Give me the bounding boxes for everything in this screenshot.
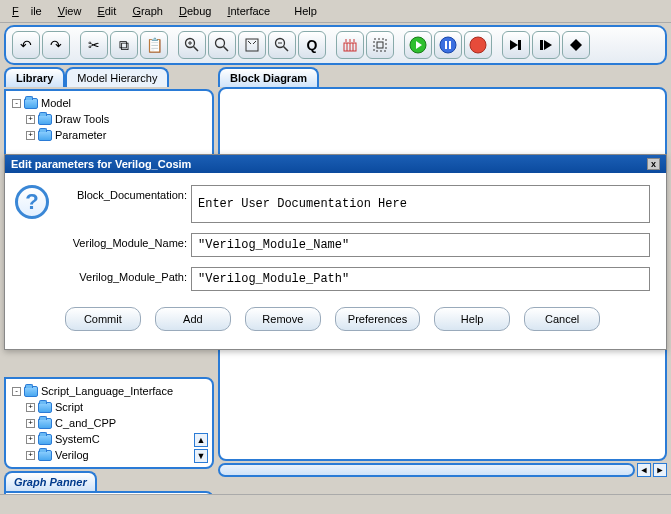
copy-button[interactable]: ⧉: [110, 31, 138, 59]
scroll-up-icon[interactable]: ▲: [194, 433, 208, 447]
menu-help[interactable]: Help: [288, 3, 323, 19]
svg-rect-20: [377, 42, 383, 48]
svg-line-8: [253, 41, 256, 44]
menu-edit[interactable]: Edit: [91, 3, 122, 19]
svg-line-1: [194, 47, 199, 52]
breakpoint-button[interactable]: [562, 31, 590, 59]
step-to-button[interactable]: [532, 31, 560, 59]
tree-label: Script_Language_Interface: [41, 383, 173, 399]
tree-node-drawtools[interactable]: + Draw Tools: [26, 111, 206, 127]
pause-button[interactable]: [434, 31, 462, 59]
verilog-module-name-input[interactable]: [191, 233, 650, 257]
scroll-track[interactable]: [218, 463, 635, 477]
tab-library[interactable]: Library: [4, 67, 65, 87]
expander-icon[interactable]: +: [26, 115, 35, 124]
tree-node-verilog[interactable]: +Verilog: [26, 447, 206, 463]
toolbar: ↶ ↷ ✂ ⧉ 📋 Q: [4, 25, 667, 65]
tree-scrollbar[interactable]: ▲ ▼: [194, 433, 208, 463]
svg-rect-25: [449, 41, 451, 49]
step-fwd-button[interactable]: [502, 31, 530, 59]
svg-line-10: [284, 47, 289, 52]
play-button[interactable]: [404, 31, 432, 59]
scroll-left-icon[interactable]: ◄: [637, 463, 651, 477]
help-button[interactable]: Help: [434, 307, 510, 331]
svg-rect-29: [540, 40, 543, 50]
tree-label: Verilog: [55, 447, 89, 463]
folder-icon: [38, 402, 52, 413]
expander-icon[interactable]: +: [26, 419, 35, 428]
expander-icon[interactable]: -: [12, 387, 21, 396]
tree-label: Script: [55, 399, 83, 415]
svg-rect-6: [246, 39, 258, 51]
zoom-out-button[interactable]: [268, 31, 296, 59]
tree-node-ccpp[interactable]: +C_and_CPP: [26, 415, 206, 431]
folder-icon: [38, 418, 52, 429]
tree-label: Parameter: [55, 127, 106, 143]
svg-point-4: [216, 39, 225, 48]
svg-marker-31: [570, 39, 582, 51]
folder-icon: [24, 386, 38, 397]
expander-icon[interactable]: -: [12, 99, 21, 108]
expander-icon[interactable]: +: [26, 435, 35, 444]
tree-node-parameter[interactable]: + Parameter: [26, 127, 206, 143]
redo-button[interactable]: ↷: [42, 31, 70, 59]
tree-label: C_and_CPP: [55, 415, 116, 431]
cancel-button[interactable]: Cancel: [524, 307, 600, 331]
remove-button[interactable]: Remove: [245, 307, 321, 331]
expander-icon[interactable]: +: [26, 131, 35, 140]
dialog-title: Edit parameters for Verilog_Cosim: [11, 158, 191, 170]
dialog-close-icon[interactable]: x: [647, 158, 660, 170]
undo-button[interactable]: ↶: [12, 31, 40, 59]
svg-rect-24: [445, 41, 447, 49]
stop-button[interactable]: [464, 31, 492, 59]
edit-parameters-dialog: Edit parameters for Verilog_Cosim x ? Bl…: [4, 154, 667, 350]
zoom-area-button[interactable]: [208, 31, 236, 59]
fullscreen-button[interactable]: [366, 31, 394, 59]
menu-debug[interactable]: Debug: [173, 3, 217, 19]
commit-button[interactable]: Commit: [65, 307, 141, 331]
preferences-button[interactable]: Preferences: [335, 307, 420, 331]
paste-button[interactable]: 📋: [140, 31, 168, 59]
name-label: Verilog_Module_Name:: [57, 233, 187, 249]
expander-icon[interactable]: +: [26, 451, 35, 460]
zoom-fit-button[interactable]: [238, 31, 266, 59]
zoom-in-button[interactable]: [178, 31, 206, 59]
tree-label: Model: [41, 95, 71, 111]
doc-label: Block_Documentation:: [57, 185, 187, 201]
menu-interface[interactable]: Interface: [221, 3, 276, 19]
menu-graph[interactable]: Graph: [126, 3, 169, 19]
dialog-titlebar[interactable]: Edit parameters for Verilog_Cosim x: [5, 155, 666, 173]
tab-model-hierarchy[interactable]: Model Hierarchy: [65, 67, 169, 87]
verilog-module-path-input[interactable]: [191, 267, 650, 291]
svg-line-7: [248, 41, 251, 44]
path-label: Verilog_Module_Path:: [57, 267, 187, 283]
svg-marker-30: [544, 40, 552, 50]
menu-view[interactable]: View: [52, 3, 88, 19]
folder-icon: [38, 114, 52, 125]
statusbar: [0, 494, 671, 514]
add-button[interactable]: Add: [155, 307, 231, 331]
grid-button[interactable]: [336, 31, 364, 59]
folder-icon: [38, 130, 52, 141]
menu-file[interactable]: File: [6, 3, 48, 19]
tree-lower: - Script_Language_Interface +Script +C_a…: [6, 379, 212, 467]
tree-node-systemc[interactable]: +SystemC: [26, 431, 206, 447]
scroll-down-icon[interactable]: ▼: [194, 449, 208, 463]
tree-label: SystemC: [55, 431, 100, 447]
svg-point-26: [470, 37, 486, 53]
tab-block-diagram[interactable]: Block Diagram: [218, 67, 319, 87]
tree-node-sli[interactable]: - Script_Language_Interface: [12, 383, 206, 399]
scroll-right-icon[interactable]: ►: [653, 463, 667, 477]
graph-panner-title: Graph Panner: [4, 471, 97, 491]
cut-button[interactable]: ✂: [80, 31, 108, 59]
canvas-hscroll[interactable]: ◄ ►: [218, 463, 667, 477]
zoom-reset-button[interactable]: Q: [298, 31, 326, 59]
svg-rect-19: [374, 39, 386, 51]
svg-marker-27: [510, 40, 518, 50]
block-documentation-input[interactable]: [191, 185, 650, 223]
folder-icon: [38, 434, 52, 445]
expander-icon[interactable]: +: [26, 403, 35, 412]
tree-node-script[interactable]: +Script: [26, 399, 206, 415]
tree-node-model[interactable]: - Model: [12, 95, 206, 111]
svg-rect-28: [518, 40, 521, 50]
